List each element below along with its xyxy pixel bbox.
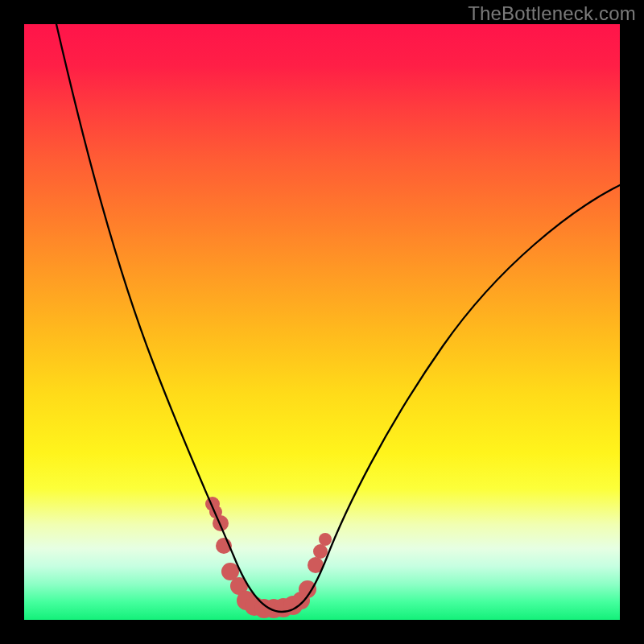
bottom-dots-group [205, 497, 332, 618]
chart-plot-area [24, 24, 620, 620]
watermark-text: TheBottleneck.com [468, 2, 636, 25]
chart-curve [56, 24, 620, 612]
dot [313, 544, 328, 559]
dot [319, 533, 332, 546]
chart-svg [24, 24, 620, 620]
dot [213, 515, 229, 531]
